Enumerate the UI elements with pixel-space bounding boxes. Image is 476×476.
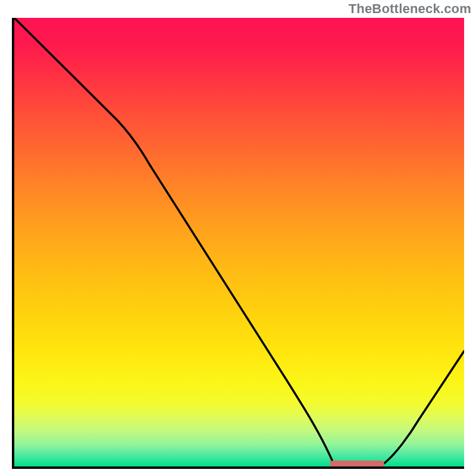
bottleneck-curve-line bbox=[14, 18, 464, 464]
chart-overlay bbox=[14, 18, 464, 466]
chart-container: TheBottleneck.com bbox=[0, 0, 476, 476]
optimal-range-marker bbox=[330, 461, 384, 466]
watermark-text: TheBottleneck.com bbox=[349, 1, 471, 17]
plot-area bbox=[12, 18, 464, 469]
